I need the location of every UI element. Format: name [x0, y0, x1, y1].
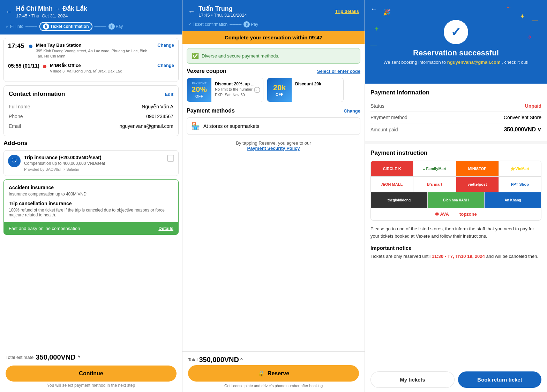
payment-methods-section: Payment methods Change 🏪 At stores or su…: [187, 108, 360, 135]
step-ticket-confirmation[interactable]: 5 Ticket confirmation: [39, 22, 92, 31]
success-desc: We sent booking information to nguyenvan…: [383, 60, 529, 65]
coupon-left-1: PAYMENT 20% OFF: [187, 78, 211, 102]
payment-method-value: Convenient Store: [504, 115, 541, 120]
payment-info-section: Payment information Status Unpaid Paymen…: [365, 84, 547, 144]
payment-method-label: Payment method: [370, 115, 407, 120]
amount-paid-value: 350,000VND ∨: [504, 126, 541, 133]
trip-details-link[interactable]: Trip details: [335, 9, 359, 14]
secure-banner: ✅ Diverse and secure payment methods.: [187, 48, 360, 64]
payment-header: Payment methods Change: [187, 108, 360, 114]
arrival-station: M'ĐRắk Office: [50, 63, 154, 68]
full-name-value: Nguyễn Văn A: [142, 104, 173, 109]
step-pay: 6 Pay: [108, 23, 123, 30]
secure-text: Diverse and secure payment methods.: [202, 53, 279, 59]
stores-row-1: CIRCLE K ≡ FamilyMart MINISTOP ⭐VinMart: [371, 161, 541, 177]
coupon-type-1: PAYMENT: [192, 82, 207, 85]
book-return-button[interactable]: Book return ticket: [458, 371, 541, 388]
edit-contact-btn[interactable]: Edit: [165, 92, 173, 97]
panel-payment: ← Tuấn Trung 17:45 • Thu, 31/10/2024 Tri…: [182, 0, 365, 392]
store-circle-k: CIRCLE K: [371, 161, 413, 176]
coupon-off-1: OFF: [195, 94, 203, 98]
route-card: 17:45 Mien Tay Bus Station 395 Kinh Duon…: [3, 38, 179, 82]
change-arrival-btn[interactable]: Change: [157, 63, 174, 68]
accident-card-footer: Fast and easy online compensation Detail…: [4, 222, 178, 235]
step-done-icon: ✓: [6, 24, 9, 29]
change-payment-btn[interactable]: Change: [344, 108, 360, 114]
p2-steps: ✓ Ticket confirmation ──── 6 Pay: [188, 21, 359, 28]
store-tgdd: thegioididong: [371, 192, 428, 208]
arrival-info: M'ĐRắk Office Village 3, Xa Krong Jing, …: [50, 63, 154, 74]
trip-insurance-name: Trip insurance (+20.000VND/seat): [24, 155, 164, 160]
continue-button[interactable]: Continue: [6, 366, 177, 382]
payment-security-policy-link[interactable]: Payment Security Policy: [247, 146, 300, 151]
p2-user-title: Tuấn Trung: [198, 5, 331, 13]
store-viettelpost: viettelpost: [456, 177, 499, 192]
coupon-card-2[interactable]: 20k OFF Discount 20k: [267, 78, 344, 102]
store-payment-option[interactable]: 🏪 At stores or supermarkets: [187, 117, 360, 135]
contact-title: Contact information: [9, 91, 65, 98]
total-amount-p1: 350,000VND: [36, 353, 76, 361]
status-label: Status: [370, 103, 384, 109]
payment-info-title: Payment information: [370, 89, 541, 96]
email-value: nguyenvana@gmail.com: [120, 123, 173, 129]
exp-date-1: Sat, Nov 30: [225, 93, 245, 97]
p2-step-ticket: ✓ Ticket confirmation: [188, 22, 227, 27]
panel2-header: ← Tuấn Trung 17:45 • Thu, 31/10/2024 Tri…: [182, 0, 365, 31]
amount-chevron[interactable]: ∨: [537, 126, 541, 133]
step-sep-2: ────: [95, 24, 106, 29]
total-chevron-p2[interactable]: ^: [240, 357, 243, 363]
total-chevron-p1[interactable]: ^: [78, 355, 80, 360]
coupon-percent-2: 20k: [273, 83, 286, 92]
p2-step-pay-label: Pay: [251, 22, 258, 27]
arrival-address: Village 3, Xa Krong Jing, M`Drak, Dak La…: [50, 69, 154, 74]
step-num-5: 5: [43, 23, 49, 30]
select-coupon-btn[interactable]: Select or enter code: [317, 69, 360, 74]
back-button-p1[interactable]: ←: [6, 8, 13, 16]
trip-insurance-checkbox[interactable]: [167, 155, 174, 162]
status-row: Status Unpaid: [370, 100, 541, 112]
reserve-button[interactable]: 🔒 Reserve: [188, 365, 359, 382]
coupon-radio-1[interactable]: [254, 87, 260, 93]
confetti-2: ✦: [520, 13, 525, 20]
success-checkmark-icon: ✓: [451, 25, 461, 39]
step-fill-info: ✓ Fill info: [6, 24, 23, 29]
total-row-p1: Total estimate 350,000VND ^: [6, 353, 177, 361]
coupon-limit-1: No limit to the number ...: [215, 87, 260, 91]
addons-title: Add-ons: [3, 140, 179, 147]
trip-insurance-providers: Provided by BAOVIET × Saladin: [24, 167, 164, 171]
coupon-card-1[interactable]: PAYMENT 20% OFF Discount 20%, up ... No …: [187, 78, 263, 102]
store-ankhang: An Khang: [485, 192, 541, 208]
stores-row-2: ÆON MALL B's mart viettelpost FPT Shop: [371, 177, 541, 192]
change-departure-btn[interactable]: Change: [157, 43, 174, 48]
departure-address: 395 Kinh Duong Vuong street, An Lac ward…: [36, 48, 154, 59]
contact-info-card: Contact information Edit Full name Nguyễ…: [3, 85, 179, 136]
store-bichhoa: Bích hoa XANH: [428, 192, 485, 208]
store-bsmart: B's mart: [413, 177, 456, 192]
back-button-p3[interactable]: ←: [370, 5, 377, 13]
step-pay-label: Pay: [116, 24, 123, 29]
total-row-p2: Total 350,000VND ^: [188, 356, 359, 364]
important-notice-title: Important notice: [370, 245, 541, 251]
store-payment-label: At stores or supermarkets: [203, 123, 259, 129]
phone-label: Phone: [9, 114, 23, 119]
stores-row-4: ✱ AVA topzone: [371, 208, 541, 220]
coupon-exp-1: EXP: Sat, Nov 30: [215, 93, 260, 97]
coupon-name-1: Discount 20%, up ...: [215, 82, 260, 86]
my-tickets-button[interactable]: My tickets: [370, 371, 455, 388]
departure-dot: [29, 45, 32, 48]
arrival-row: 05:55 (01/11) M'ĐRắk Office Village 3, X…: [8, 63, 174, 74]
coupon-percent-1: 20%: [192, 85, 207, 94]
coupon-header: Vexere coupon Select or enter code: [187, 68, 360, 74]
coupon-right-2: Discount 20k: [292, 78, 343, 102]
panel-ticket-confirmation: ← Hồ Chí Minh → Đắk Lắk 17:45 • Thu, Oct…: [0, 0, 182, 392]
accident-details-btn[interactable]: Details: [158, 226, 173, 231]
store-aeon: ÆON MALL: [371, 177, 413, 192]
store-vinmart: ⭐VinMart: [499, 161, 541, 176]
back-button-p2[interactable]: ←: [188, 7, 195, 15]
departure-time: 17:45: [8, 43, 25, 50]
panel1-footer: Total estimate 350,000VND ^ Continue You…: [0, 349, 182, 392]
p2-step-done-icon: ✓: [188, 22, 192, 27]
addons-section: Add-ons 🛡 Trip insurance (+20.000VND/sea…: [3, 140, 179, 235]
p2-header-top: ← Tuấn Trung 17:45 • Thu, 31/10/2024 Tri…: [188, 5, 359, 18]
arrival-dot: [43, 65, 46, 68]
